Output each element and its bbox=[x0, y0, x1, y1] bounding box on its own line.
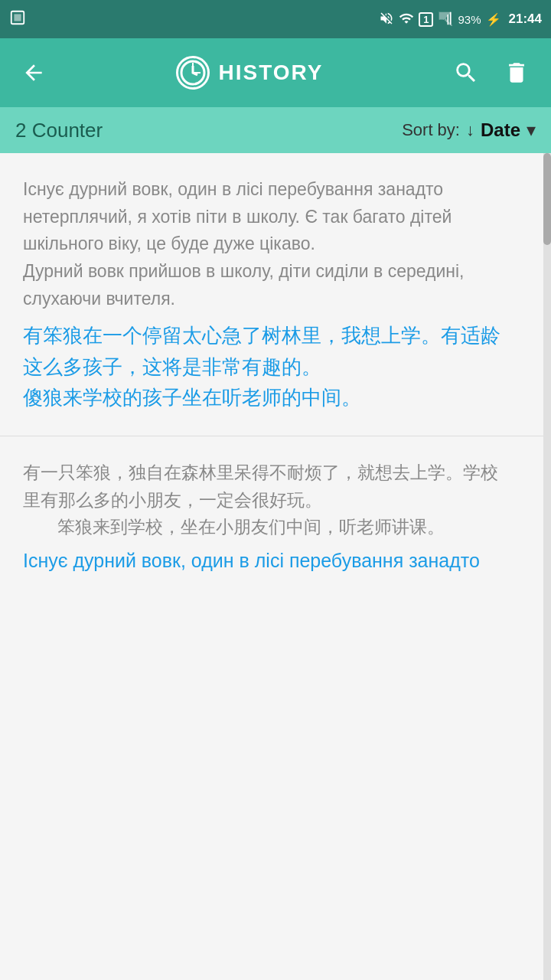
gray-text-2: 有一只笨狼，独自在森林里呆得不耐烦了，就想去上学。学校里有那么多的小朋友，一定会… bbox=[23, 459, 513, 541]
svg-point-2 bbox=[181, 61, 204, 84]
app-bar: HISTORY bbox=[0, 38, 551, 107]
blue-text-1: 有笨狼在一个停留太心急了树林里，我想上学。有适龄这么多孩子，这将是非常有趣的。傻… bbox=[23, 320, 513, 413]
history-item-2: 有一只笨狼，独自在森林里呆得不耐烦了，就想去上学。学校里有那么多的小朋友，一定会… bbox=[0, 436, 551, 599]
history-item: Існує дурний вовк, один в лісі перебуван… bbox=[0, 153, 551, 436]
status-bar: 1 93% ⚡ 21:44 bbox=[0, 0, 551, 38]
screenshot-icon bbox=[9, 9, 26, 29]
history-item-inner: Існує дурний вовк, один в лісі перебуван… bbox=[23, 176, 513, 413]
status-right: 1 93% ⚡ 21:44 bbox=[379, 11, 542, 28]
status-left bbox=[9, 9, 26, 29]
sort-by-label: Sort by: bbox=[402, 120, 460, 140]
battery-text: 93% bbox=[458, 13, 481, 26]
sort-dropdown-arrow-icon: ▾ bbox=[527, 119, 536, 141]
gray-text-1: Існує дурний вовк, один в лісі перебуван… bbox=[23, 176, 513, 312]
blue-text-2: Існує дурний вовк, один в лісі перебуван… bbox=[23, 546, 513, 576]
sort-bar: 2 Counter Sort by: ↓ Date ▾ bbox=[0, 107, 551, 153]
mute-icon bbox=[379, 11, 394, 28]
scrollbar-track[interactable] bbox=[543, 153, 551, 980]
sort-value: Date bbox=[481, 119, 520, 141]
counter-label: 2 Counter bbox=[15, 119, 103, 142]
back-button[interactable] bbox=[15, 54, 52, 91]
sim1-badge: 1 bbox=[419, 12, 433, 27]
signal-icon bbox=[438, 11, 453, 28]
sort-direction-icon: ↓ bbox=[466, 120, 474, 140]
sort-section[interactable]: Sort by: ↓ Date ▾ bbox=[402, 119, 536, 141]
search-button[interactable] bbox=[447, 54, 485, 92]
scrollbar-thumb[interactable] bbox=[543, 153, 551, 245]
time-display: 21:44 bbox=[509, 11, 542, 27]
clock-icon bbox=[176, 56, 210, 90]
content-area: Існує дурний вовк, один в лісі перебуван… bbox=[0, 153, 551, 980]
app-bar-title: HISTORY bbox=[219, 60, 324, 85]
app-bar-center: HISTORY bbox=[176, 56, 324, 90]
wifi-icon bbox=[399, 11, 414, 28]
svg-rect-1 bbox=[14, 14, 21, 21]
trash-button[interactable] bbox=[497, 54, 536, 92]
bolt-icon: ⚡ bbox=[486, 12, 501, 27]
